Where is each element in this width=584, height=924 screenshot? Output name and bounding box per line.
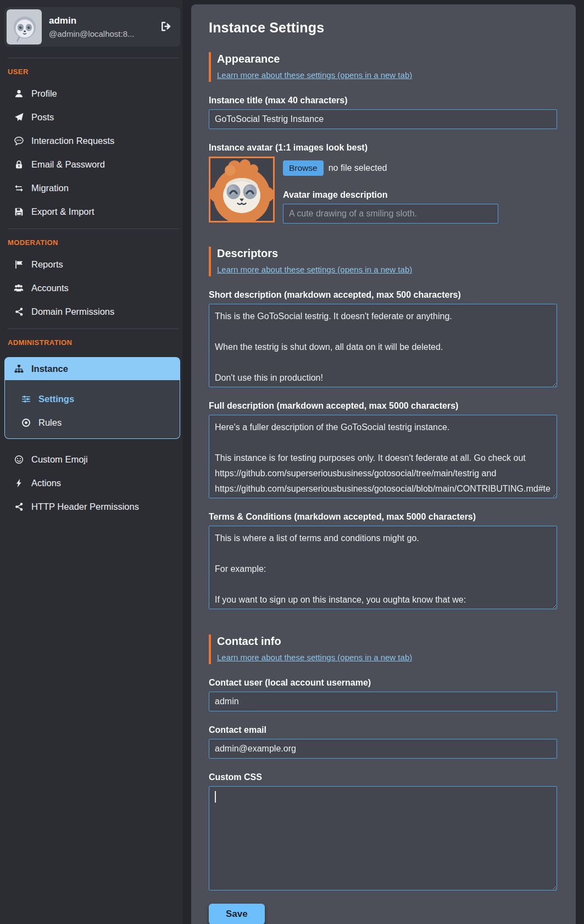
page: admin @admin@localhost:8... USER Profile <box>0 0 584 924</box>
instance-avatar-image <box>209 157 275 222</box>
appearance-heading: Appearance <box>217 53 557 65</box>
logout-icon <box>160 20 171 32</box>
sidebar-item-label: Export & Import <box>31 207 94 217</box>
sidebar-item-label: Domain Permissions <box>31 307 114 317</box>
instance-title-input[interactable] <box>209 109 557 129</box>
sidebar-item-reports[interactable]: Reports <box>13 258 182 270</box>
sidebar-item-email-password[interactable]: Email & Password <box>13 158 182 170</box>
instance-title-field: Instance title (max 40 characters) <box>209 96 557 129</box>
sidebar-section-heading-moderation: MODERATION <box>8 238 182 247</box>
file-status-text: no file selected <box>329 163 387 173</box>
floppy-disk-icon <box>13 207 24 216</box>
share-nodes-icon <box>13 502 24 511</box>
appearance-learn-more-link[interactable]: Learn more about these settings (opens i… <box>217 70 412 80</box>
full-description-label: Full description (markdown accepted, max… <box>209 401 557 411</box>
full-description-field: Full description (markdown accepted, max… <box>209 401 557 498</box>
contact-heading: Contact info <box>217 635 557 648</box>
sidebar-section-heading-administration: ADMINISTRATION <box>8 338 182 347</box>
instance-nav-block: Instance Settings Rules <box>4 357 180 439</box>
sidebar: admin @admin@localhost:8... USER Profile <box>0 0 182 924</box>
users-icon <box>13 283 24 293</box>
appearance-section-header: Appearance Learn more about these settin… <box>209 52 557 82</box>
short-description-label: Short description (markdown accepted, ma… <box>209 290 557 300</box>
custom-css-field: Custom CSS <box>209 772 557 890</box>
user-icon <box>13 89 24 98</box>
sidebar-item-instance[interactable]: Instance <box>4 357 180 380</box>
sidebar-item-label: Email & Password <box>31 159 105 170</box>
lock-icon <box>13 160 24 169</box>
short-description-textarea[interactable]: This is the GoToSocial testrig. It doesn… <box>209 304 557 387</box>
user-avatar <box>7 9 42 44</box>
custom-css-label: Custom CSS <box>209 772 557 782</box>
sidebar-item-domain-permissions[interactable]: Domain Permissions <box>13 305 182 318</box>
terms-label: Terms & Conditions (markdown accepted, m… <box>209 512 557 522</box>
sidebar-item-label: HTTP Header Permissions <box>31 502 139 512</box>
user-handle: @admin@localhost:8... <box>49 29 135 40</box>
sidebar-item-profile[interactable]: Profile <box>13 87 182 99</box>
sidebar-item-posts[interactable]: Posts <box>13 111 182 123</box>
sidebar-item-settings[interactable]: Settings <box>20 393 180 405</box>
bolt-icon <box>13 478 24 488</box>
sidebar-item-label: Migration <box>31 183 69 193</box>
instance-settings-panel: Instance Settings Appearance Learn more … <box>191 4 576 924</box>
paper-plane-icon <box>13 113 24 122</box>
logout-button[interactable] <box>157 18 175 36</box>
circle-dot-icon <box>20 418 31 427</box>
sidebar-item-custom-emoji[interactable]: Custom Emoji <box>13 453 182 465</box>
sidebar-divider <box>8 229 179 229</box>
contact-user-field: Contact user (local account username) <box>209 678 557 711</box>
contact-learn-more-link[interactable]: Learn more about these settings (opens i… <box>217 653 412 662</box>
sliders-icon <box>20 394 31 404</box>
instance-submenu: Settings Rules <box>4 380 180 439</box>
sidebar-item-label: Profile <box>31 88 57 99</box>
user-name: admin <box>49 15 135 26</box>
sidebar-item-label: Posts <box>31 112 54 123</box>
sidebar-item-label: Reports <box>31 259 63 270</box>
comment-dots-icon <box>13 136 24 146</box>
contact-email-input[interactable] <box>209 739 557 759</box>
sitemap-icon <box>13 364 24 374</box>
sidebar-divider <box>8 329 179 329</box>
contact-user-input[interactable] <box>209 692 557 711</box>
descriptors-learn-more-link[interactable]: Learn more about these settings (opens i… <box>217 265 412 274</box>
sidebar-item-actions[interactable]: Actions <box>13 477 182 489</box>
contact-user-label: Contact user (local account username) <box>209 678 557 688</box>
sidebar-item-label: Interaction Requests <box>31 136 114 146</box>
avatar-description-label: Avatar image description <box>283 190 557 200</box>
browse-button[interactable]: Browse <box>283 160 324 176</box>
sidebar-item-label: Instance <box>31 364 68 374</box>
user-names: admin @admin@localhost:8... <box>49 15 135 40</box>
sidebar-section-heading-user: USER <box>8 68 182 76</box>
custom-css-textarea[interactable] <box>209 786 557 890</box>
sidebar-item-interaction-requests[interactable]: Interaction Requests <box>13 135 182 147</box>
sidebar-item-label: Actions <box>31 478 61 488</box>
terms-field: Terms & Conditions (markdown accepted, m… <box>209 512 557 609</box>
save-button[interactable]: Save <box>209 904 265 924</box>
instance-avatar-label: Instance avatar (1:1 images look best) <box>209 143 557 153</box>
terms-textarea[interactable]: This is where a list of terms and condit… <box>209 526 557 609</box>
sidebar-item-export-import[interactable]: Export & Import <box>13 205 182 218</box>
instance-title-label: Instance title (max 40 characters) <box>209 96 557 105</box>
flag-icon <box>13 260 24 269</box>
arrows-left-right-icon <box>13 183 24 193</box>
page-title: Instance Settings <box>209 20 557 36</box>
descriptors-section-header: Descriptors Learn more about these setti… <box>209 247 557 276</box>
sidebar-item-rules[interactable]: Rules <box>20 416 180 428</box>
contact-section-header: Contact info Learn more about these sett… <box>209 634 557 664</box>
sidebar-item-migration[interactable]: Migration <box>13 182 182 194</box>
smiley-icon <box>13 455 24 464</box>
full-description-textarea[interactable]: Here's a fuller description of the GoToS… <box>209 415 557 498</box>
contact-email-label: Contact email <box>209 725 557 735</box>
sidebar-item-http-header-permissions[interactable]: HTTP Header Permissions <box>13 500 182 513</box>
contact-email-field: Contact email <box>209 725 557 759</box>
sidebar-item-accounts[interactable]: Accounts <box>13 282 182 294</box>
avatar-description-input[interactable] <box>283 204 498 224</box>
sidebar-item-label: Accounts <box>31 283 69 293</box>
share-nodes-icon <box>13 307 24 316</box>
short-description-field: Short description (markdown accepted, ma… <box>209 290 557 387</box>
sidebar-item-label: Custom Emoji <box>31 454 88 465</box>
instance-avatar-field: Instance avatar (1:1 images look best) <box>209 143 557 224</box>
user-card[interactable]: admin @admin@localhost:8... <box>4 7 180 47</box>
sidebar-item-label: Rules <box>38 418 62 428</box>
sidebar-divider <box>8 58 179 58</box>
